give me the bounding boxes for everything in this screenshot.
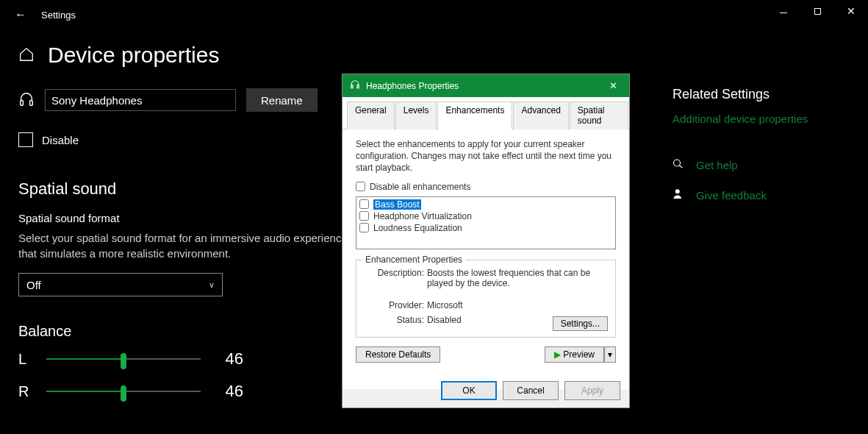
page-title: Device properties [48, 43, 219, 68]
dialog-title: Headphones Properties [366, 81, 459, 91]
svg-rect-4 [351, 85, 353, 88]
svg-rect-5 [357, 85, 359, 88]
back-icon[interactable]: ← [15, 8, 26, 21]
help-icon [672, 157, 686, 173]
preview-button[interactable]: ▶ Preview [545, 346, 604, 363]
provider-label: Provider: [364, 300, 427, 310]
give-feedback-link[interactable]: Give feedback [696, 189, 767, 202]
dialog-headphones-icon [350, 79, 360, 92]
status-label: Status: [364, 315, 427, 325]
window-maximize-button[interactable] [800, 0, 834, 22]
svg-rect-1 [30, 100, 33, 104]
get-help-link[interactable]: Get help [696, 159, 738, 171]
description-value: Boosts the lowest frequencies that can b… [427, 268, 608, 288]
feedback-icon [672, 188, 686, 203]
disable-checkbox[interactable] [18, 132, 33, 147]
balance-heading: Balance [18, 323, 298, 340]
additional-device-link[interactable]: Additional device properties [672, 113, 850, 125]
preview-dropdown-button[interactable]: ▾ [604, 346, 616, 363]
disable-all-checkbox[interactable]: Disable all enhancements [356, 182, 616, 192]
window-close-button[interactable]: ✕ [834, 0, 868, 22]
spatial-format-select[interactable]: Off ∨ [18, 273, 223, 296]
dialog-instructions: Select the enhancements to apply for you… [356, 138, 616, 174]
svg-rect-0 [21, 100, 24, 104]
tab-spatial-sound[interactable]: Spatial sound [570, 102, 628, 129]
spatial-description: Select your spatial sound format for an … [18, 230, 356, 261]
related-heading: Related Settings [672, 87, 850, 102]
window-title: Settings [41, 10, 76, 21]
enhancement-item-bass-boost[interactable]: Bass Boost [358, 199, 614, 210]
disable-label: Disable [42, 134, 79, 146]
tab-general[interactable]: General [347, 102, 395, 129]
disable-all-label: Disable all enhancements [370, 182, 470, 192]
window-minimize-button[interactable] [767, 0, 800, 22]
apply-button[interactable]: Apply [564, 381, 620, 400]
enhancement-item-loudness-equalization[interactable]: Loudness Equalization [358, 222, 614, 234]
dialog-tabs: General Levels Enhancements Advanced Spa… [342, 97, 629, 129]
description-label: Description: [364, 268, 427, 288]
enhancement-properties-group: Enhancement Properties Description: Boos… [356, 260, 616, 338]
chevron-down-icon: ∨ [209, 280, 215, 290]
play-icon: ▶ [554, 349, 561, 360]
svg-point-3 [675, 189, 680, 193]
rename-button[interactable]: Rename [246, 88, 318, 112]
balance-right-label: R [18, 383, 33, 400]
restore-defaults-button[interactable]: Restore Defaults [356, 346, 440, 363]
spatial-format-value: Off [26, 279, 41, 291]
balance-right-value: 46 [214, 382, 243, 401]
ok-button[interactable]: OK [441, 381, 497, 400]
balance-left-value: 46 [214, 349, 243, 369]
cancel-button[interactable]: Cancel [503, 381, 559, 400]
tab-levels[interactable]: Levels [395, 102, 437, 129]
home-icon[interactable] [18, 46, 35, 65]
enhancement-settings-button[interactable]: Settings... [553, 316, 608, 331]
tab-enhancements[interactable]: Enhancements [437, 102, 512, 129]
enhancement-item-headphone-virtualization[interactable]: Headphone Virtualization [358, 210, 614, 222]
headphones-icon [18, 91, 35, 110]
headphones-properties-dialog: Headphones Properties ✕ General Levels E… [342, 74, 630, 408]
device-name-input[interactable] [45, 89, 236, 111]
enhancement-properties-heading: Enhancement Properties [362, 255, 465, 265]
provider-value: Microsoft [427, 300, 608, 310]
balance-left-label: L [18, 351, 33, 368]
balance-right-slider[interactable] [46, 381, 201, 402]
balance-left-slider[interactable] [46, 349, 201, 369]
tab-advanced[interactable]: Advanced [513, 102, 568, 129]
dialog-close-button[interactable]: ✕ [605, 80, 622, 91]
enhancement-list[interactable]: Bass Boost Headphone Virtualization Loud… [356, 196, 616, 249]
